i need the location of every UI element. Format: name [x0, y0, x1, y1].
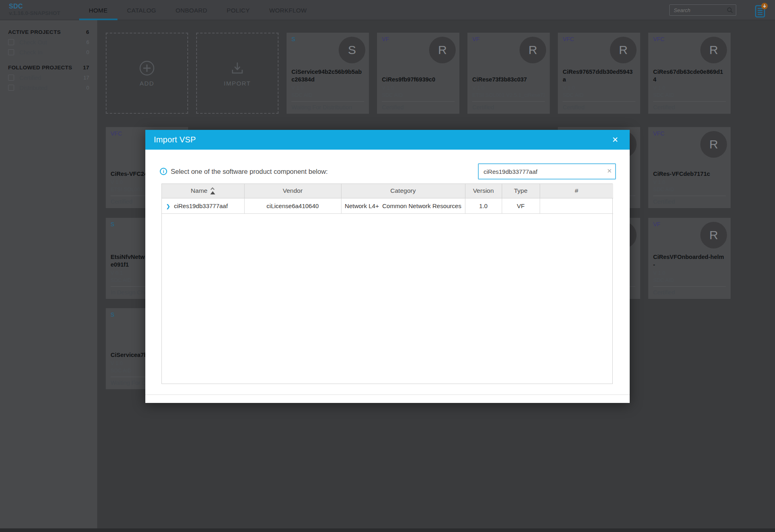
cell-version: 1.0 [465, 198, 502, 213]
vsp-table-body: ❯ciRes19db33777aaf ciLicense6a410640 Net… [162, 198, 613, 213]
item-count: 6 [86, 39, 89, 45]
item-label: Certified [19, 75, 84, 81]
modal-footer [145, 394, 630, 403]
cell-hash [540, 198, 613, 213]
card-label: SDC AID [382, 92, 455, 98]
card-type-label: VFC [563, 36, 574, 42]
modal-instruction: Select one of the software product compo… [171, 168, 328, 175]
nav-item-workflow[interactable]: WORKFLOW [260, 0, 316, 20]
section-count: 17 [83, 65, 89, 71]
card-divider [291, 101, 364, 102]
sidebar-item-check-out: Check Out 6 [8, 37, 89, 47]
clear-search-icon[interactable]: ✕ [607, 167, 612, 175]
nav-item-onboard[interactable]: ONBOARD [166, 0, 217, 20]
card-version: V 1.0 [653, 85, 726, 91]
avatar: R [429, 37, 456, 63]
card-version: V 1.0 [653, 270, 726, 276]
import-download-icon [229, 60, 245, 76]
card-status: Certified [653, 289, 726, 296]
card-type-label: VFC [653, 36, 664, 42]
table-header-row: Name Vendor Category Version Type # [162, 184, 613, 198]
avatar: R [519, 37, 546, 63]
distributed-checkbox[interactable] [8, 85, 14, 91]
distribution-document-icon [753, 2, 769, 19]
import-tile-label: IMPORT [224, 80, 251, 87]
close-icon[interactable]: ✕ [607, 130, 623, 150]
notification-badge-icon [761, 3, 768, 9]
nav-item-policy[interactable]: POLICY [217, 0, 260, 20]
card-version: V 1.0 [291, 85, 364, 91]
avatar: S [339, 37, 365, 63]
add-tile-label: ADD [140, 80, 154, 87]
check-out-checkbox[interactable] [8, 39, 14, 45]
catalog-card[interactable]: VFC R CiRes67db63cde0e869d14 17b V 1.0 S… [648, 33, 731, 114]
column-header-vendor[interactable]: Vendor [244, 184, 341, 198]
card-label: SDC AID [653, 277, 726, 283]
check-in-checkbox[interactable] [8, 49, 14, 55]
column-header-hash[interactable]: # [540, 184, 613, 198]
card-divider [563, 101, 635, 102]
card-version: V 1.0 [382, 85, 455, 91]
card-divider [653, 286, 726, 287]
catalog-card[interactable]: VFC R CiRes97657ddb30ed5943a 15d V 1.0 S… [558, 33, 640, 114]
main-nav: HOMECATALOGONBOARDPOLICYWORKFLOW [79, 0, 316, 20]
header-search-input[interactable] [670, 5, 736, 15]
card-type-label: VFC [111, 130, 122, 137]
catalog-card[interactable]: VFC R CiRes-VFCdeb7171c V 1.0 SDC AID Ce… [648, 127, 731, 208]
card-label: SDC AID [563, 92, 635, 98]
item-count: 0 [86, 49, 89, 55]
add-plus-icon [139, 60, 155, 76]
modal-info-row: i Select one of the software product com… [160, 163, 616, 179]
add-tile[interactable]: ADD [106, 33, 188, 114]
card-status: Certified [563, 104, 635, 111]
card-type-label: VF [653, 221, 660, 227]
card-version: V 1.0 [653, 179, 726, 185]
catalog-card[interactable]: VF R CiRes9fb97f6939c0 V 1.0 SDC AID Cer… [377, 33, 459, 114]
catalog-card[interactable]: VF R CiRese73f3b83c037 V 1.0 ETSI SOL001… [467, 33, 550, 114]
app-version: v.1.16.0-SNAPSHOT [9, 10, 60, 17]
avatar: R [700, 131, 727, 158]
nav-item-catalog[interactable]: CATALOG [117, 0, 166, 20]
search-icon [727, 7, 733, 13]
column-header-type[interactable]: Type [502, 184, 540, 198]
card-title: CiRes9fb97f6939c0 [382, 76, 455, 83]
item-label: Check Out [19, 39, 86, 46]
column-header-name[interactable]: Name [162, 184, 244, 198]
card-status: Certified [382, 104, 455, 111]
card-type-label: VF [472, 36, 480, 42]
item-label: Distributed [19, 85, 86, 91]
catalog-card[interactable]: VF R CiResVFOnboarded-helm- package-vali… [648, 218, 731, 299]
vsp-search: ✕ [478, 163, 616, 179]
certified-checkbox[interactable] [8, 75, 14, 81]
notifications-button[interactable] [753, 2, 769, 19]
sidebar-item-distributed: Distributed 0 [8, 83, 89, 93]
card-divider [653, 196, 726, 196]
column-header-category[interactable]: Category [341, 184, 465, 198]
item-count: 0 [86, 85, 89, 91]
card-type-label: S [111, 311, 114, 318]
column-header-version[interactable]: Version [465, 184, 502, 198]
cell-category: Network L4+ Common Network Resources [341, 198, 465, 213]
section-title: FOLLOWED PROJECTS [8, 65, 72, 71]
modal-title: Import VSP [154, 135, 196, 144]
vsp-table-row[interactable]: ❯ciRes19db33777aaf ciLicense6a410640 Net… [162, 198, 613, 213]
cell-type: VF [502, 198, 540, 213]
card-version: V 1.0 [563, 85, 635, 91]
card-divider [472, 101, 545, 102]
vsp-search-input[interactable] [478, 163, 616, 179]
import-tile[interactable]: IMPORT [196, 33, 279, 114]
cell-vendor: ciLicense6a410640 [244, 198, 341, 213]
cell-name: ciRes19db33777aaf [174, 202, 228, 209]
info-icon: i [160, 168, 167, 175]
catalog-card[interactable]: S S CiService94b2c56b9b5abc26384d V 1.0 … [287, 33, 369, 114]
modal-header: Import VSP ✕ [145, 130, 630, 150]
expand-chevron-icon[interactable]: ❯ [166, 203, 170, 209]
nav-item-home[interactable]: HOME [79, 0, 117, 20]
card-type-label: VF [382, 36, 389, 42]
card-label: SDC AID [653, 186, 726, 192]
card-label: SDC AID [653, 92, 726, 98]
header-search [669, 4, 736, 16]
logo-text: SDC [9, 3, 60, 10]
app-logo: SDC v.1.16.0-SNAPSHOT [9, 3, 60, 17]
card-title: CiRes-VFCdeb7171c [653, 170, 726, 178]
